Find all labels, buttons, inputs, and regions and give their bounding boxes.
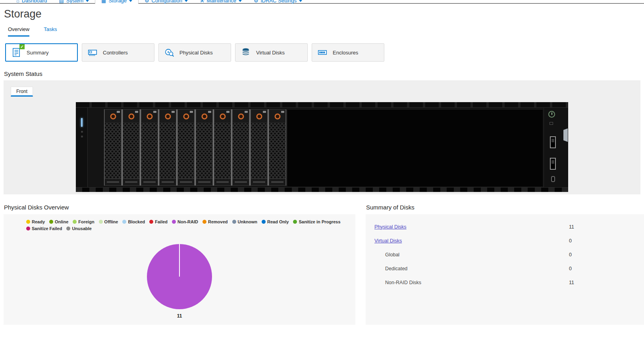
nav-item-dashboard[interactable]: ⌂Dashboard	[10, 0, 53, 4]
legend-dot	[232, 220, 236, 224]
legend-label: Sanitize in Progress	[299, 219, 340, 224]
drive-release-ring	[165, 113, 171, 119]
summary-row-label: Non-RAID Disks	[385, 280, 421, 285]
tab-overview[interactable]: Overview	[8, 26, 29, 37]
legend-label: Ready	[32, 219, 45, 224]
summary-row-label[interactable]: Physical Disks	[374, 224, 407, 230]
legend-dot	[293, 220, 297, 224]
nav-item-maintenance[interactable]: ⚒Maintenance	[194, 0, 248, 4]
nav-item-system[interactable]: ▤System	[53, 0, 95, 4]
nav-item-label: Storage	[108, 0, 127, 4]
drive-latch-button	[245, 111, 248, 113]
ear-glyph	[81, 131, 83, 133]
summary-row-label-cell: Virtual Disks	[366, 238, 569, 244]
drive-latch-button	[190, 111, 193, 113]
card-physical-disks[interactable]: Physical Disks	[158, 43, 231, 62]
usb-port	[550, 136, 556, 148]
summary-row-value: 0	[569, 252, 572, 258]
summary-row-label-cell: Global	[366, 252, 569, 258]
drive-label-strip	[105, 178, 121, 185]
physical-disks-pie-chart	[147, 244, 212, 310]
summary-row-label[interactable]: Virtual Disks	[374, 238, 402, 244]
legend-label: Non-RAID	[177, 219, 198, 224]
physical-disks-overview-section: Physical Disks Overview ReadyOnlineForei…	[4, 204, 355, 325]
legend-row: ReadyOnlineForeignOfflineBlockedFailedNo…	[26, 219, 333, 224]
card-controllers[interactable]: Controllers	[82, 43, 154, 62]
legend-label: Failed	[155, 219, 168, 224]
drive-vents	[141, 123, 158, 178]
nav-item-storage[interactable]: ▦Storage	[95, 0, 139, 4]
drive-vents	[160, 123, 176, 178]
card-enclosures[interactable]: Enclosures	[312, 43, 384, 62]
usb-port	[550, 158, 556, 170]
drive-latch-button	[263, 111, 266, 113]
drive-label-strip	[160, 178, 176, 185]
legend-label: Unusable	[72, 226, 92, 231]
legend-item-online: Online	[49, 219, 68, 224]
indicator-icon	[550, 122, 553, 125]
legend-dot	[172, 220, 176, 224]
legend-label: Blocked	[128, 219, 145, 224]
card-label: Summary	[27, 50, 49, 56]
drive-release-ring	[201, 113, 207, 119]
nav-item-label: iDRAC Settings	[261, 0, 297, 4]
legend-item-unusable: Unusable	[66, 226, 92, 231]
front-view-tab[interactable]: Front	[11, 87, 33, 97]
drive-sled	[177, 109, 195, 186]
dashboard-icon: ⌂	[16, 0, 19, 4]
card-label: Controllers	[103, 50, 128, 56]
drive-sled	[251, 109, 268, 186]
legend-dot	[26, 227, 30, 231]
drive-label-strip	[251, 178, 267, 185]
summary-row-non-raid-disks: Non-RAID Disks11	[366, 275, 644, 289]
physical-disks-overview-heading: Physical Disks Overview	[4, 204, 355, 211]
chevron-down-icon	[239, 0, 242, 2]
summary-row-global: Global0	[366, 248, 644, 262]
summary-of-disks-heading: Summary of Disks	[366, 204, 644, 211]
drive-latch-button	[226, 111, 229, 113]
chassis-top-rail	[76, 102, 568, 108]
nav-item-idrac-settings[interactable]: ⚙iDRAC Settings	[248, 0, 308, 4]
drive-vents	[269, 123, 285, 178]
nav-item-configuration[interactable]: ⚙Configuration	[139, 0, 194, 4]
legend-item-removed: Removed	[202, 219, 228, 224]
drive-latch-button	[281, 111, 284, 113]
system-icon: ▤	[59, 0, 64, 4]
drive-vents	[196, 123, 212, 178]
legend-dot	[66, 227, 70, 231]
micro-usb-port	[551, 176, 555, 182]
virtual-disks-icon	[241, 47, 251, 58]
drive-latch-button	[117, 111, 120, 113]
configuration-icon: ⚙	[145, 0, 149, 4]
drive-label-strip	[214, 178, 231, 185]
legend-label: Read Only	[267, 219, 289, 224]
legend-dot	[26, 220, 30, 224]
system-status-panel: Front	[4, 80, 640, 194]
nav-item-label: Configuration	[152, 0, 182, 4]
tab-tasks[interactable]: Tasks	[44, 26, 57, 37]
drive-vents	[251, 123, 267, 178]
summary-row-value: 11	[569, 224, 574, 230]
legend-dot	[122, 220, 126, 224]
drive-latch-button	[172, 111, 175, 113]
drive-handle	[196, 110, 212, 123]
legend-item-sanitize-failed: Sanitize Failed	[26, 226, 62, 231]
legend-dot	[202, 220, 206, 224]
chassis-left-ear	[76, 108, 88, 187]
storage-icon: ▦	[101, 0, 106, 4]
legend-dot	[99, 220, 103, 224]
drive-release-ring	[110, 113, 116, 119]
legend-item-unknown: Unknown	[232, 219, 258, 224]
drive-sled	[159, 109, 176, 186]
physical-disks-icon	[164, 47, 174, 58]
ear-glyph	[81, 136, 83, 138]
drive-sled	[196, 109, 213, 186]
legend-label: Foreign	[78, 219, 94, 224]
legend-item-non-raid: Non-RAID	[172, 219, 198, 224]
card-label: Physical Disks	[179, 50, 213, 56]
drive-latch-button	[135, 111, 138, 113]
card-label: Virtual Disks	[256, 50, 285, 56]
card-summary[interactable]: ✓Summary	[5, 43, 78, 62]
card-virtual-disks[interactable]: Virtual Disks	[235, 43, 308, 62]
summary-row-physical-disks: Physical Disks11	[366, 220, 644, 234]
